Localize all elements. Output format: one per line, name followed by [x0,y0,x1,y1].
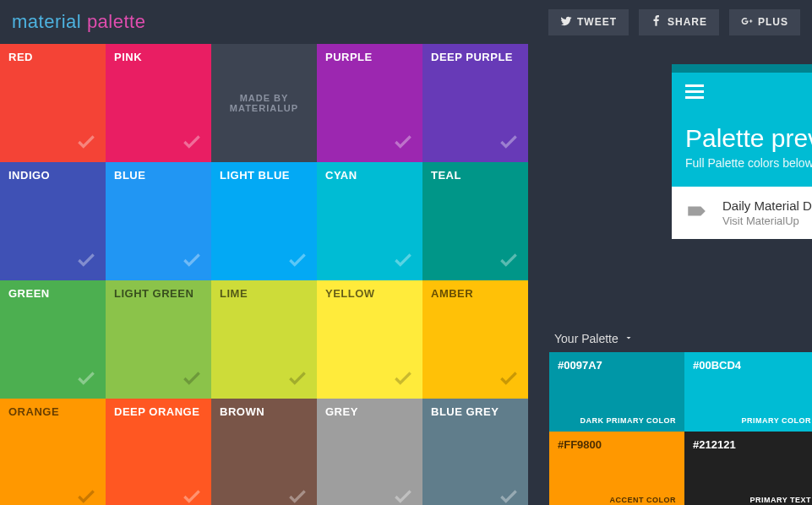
logo-word-palette: palette [87,11,146,32]
tweet-label: TWEET [577,16,617,28]
chip-role: PRIMARY COLOR [741,416,811,425]
check-icon [286,367,308,392]
twitter-icon [560,15,572,30]
palette-row-2: #FF9800ACCENT COLOR#212121PRIMARY TEXT#7… [549,432,812,505]
check-icon [75,249,97,274]
swatch-purple[interactable]: PURPLE [317,44,422,162]
check-icon [75,486,97,505]
share-button[interactable]: SHARE [639,9,719,35]
tag-icon [685,200,707,225]
swatch-grid: REDPINKMADE BYMATERIALUPPURPLEDEEP PURPL… [0,44,528,505]
palette-header[interactable]: Your Palette [549,325,812,352]
swatch-label: INDIGO [8,169,50,182]
palette-header-label: Your Palette [554,332,619,345]
preview-subtitle: Full Palette colors below [685,156,812,170]
check-icon [392,131,414,155]
swatch-label: RED [8,51,33,63]
hamburger-icon[interactable] [685,84,812,99]
googleplus-icon [741,15,753,30]
swatch-label: GREY [325,405,358,418]
preview-card[interactable]: Daily Material Design Showcase Visit Mat… [672,187,812,239]
plus-button[interactable]: PLUS [729,9,800,35]
preview-card-text: Daily Material Design Showcase Visit Mat… [722,198,812,227]
preview-appbar: Palette preview Full Palette colors belo… [672,73,812,187]
check-icon [498,486,520,505]
preview-title: Palette preview [685,124,812,153]
preview-card-line1: Daily Material Design Showcase [722,198,812,213]
logo-word-material: material [12,11,81,32]
swatch-grey[interactable]: GREY [317,399,422,505]
ad-tile[interactable]: MADE BYMATERIALUP [211,44,317,162]
swatch-blue-grey[interactable]: BLUE GREY [422,399,528,505]
check-icon [498,249,520,274]
palette-chip[interactable]: #212121PRIMARY TEXT [684,432,812,505]
tweet-button[interactable]: TWEET [548,9,629,35]
check-icon [392,249,414,274]
swatch-label: GREEN [8,287,50,300]
swatch-green[interactable]: GREEN [0,280,106,399]
preview-panel: Palette preview Full Palette colors belo… [672,64,812,239]
swatch-label: AMBER [431,287,473,300]
check-icon [75,131,97,155]
check-icon [498,131,520,155]
swatch-label: TEAL [431,169,461,182]
chip-role: ACCENT COLOR [610,496,677,504]
swatch-label: CYAN [325,169,357,182]
check-icon [392,367,414,392]
chip-hex: #212121 [693,438,811,451]
check-icon [75,367,97,392]
check-icon [181,367,203,392]
swatch-label: DEEP ORANGE [114,405,199,418]
swatch-label: LIME [220,287,248,300]
preview-card-line2: Visit MaterialUp [722,214,812,227]
chip-hex: #0097A7 [558,359,676,372]
swatch-label: BLUE GREY [431,405,499,418]
swatch-pink[interactable]: PINK [106,44,211,162]
swatch-lime[interactable]: LIME [211,280,317,399]
palette-chip[interactable]: #00BCD4PRIMARY COLOR [684,352,812,432]
swatch-label: LIGHT BLUE [220,169,290,182]
palette-chip[interactable]: #FF9800ACCENT COLOR [549,432,684,505]
swatch-deep-orange[interactable]: DEEP ORANGE [106,399,211,505]
swatch-label: BLUE [114,169,145,182]
swatch-orange[interactable]: ORANGE [0,399,106,505]
swatch-cyan[interactable]: CYAN [317,162,422,280]
swatch-indigo[interactable]: INDIGO [0,162,106,280]
swatch-teal[interactable]: TEAL [422,162,528,280]
swatch-light-blue[interactable]: LIGHT BLUE [211,162,317,280]
palette-row-1: #0097A7DARK PRIMARY COLOR#00BCD4PRIMARY … [549,352,812,432]
social-buttons: TWEET SHARE PLUS [548,9,800,35]
swatch-yellow[interactable]: YELLOW [317,280,422,399]
swatch-label: DEEP PURPLE [431,51,513,63]
swatch-red[interactable]: RED [0,44,106,162]
swatch-amber[interactable]: AMBER [422,280,528,399]
swatch-brown[interactable]: BROWN [211,399,317,505]
swatch-light-green[interactable]: LIGHT GREEN [106,280,211,399]
share-label: SHARE [668,16,707,28]
chip-hex: #FF9800 [558,438,676,451]
header: material palette TWEET SHARE PLUS [0,0,812,44]
check-icon [286,249,308,274]
swatch-label: BROWN [220,405,264,418]
logo[interactable]: material palette [12,11,145,33]
swatch-label: PURPLE [325,51,373,63]
chip-role: DARK PRIMARY COLOR [580,416,676,425]
check-icon [181,131,203,155]
swatch-label: ORANGE [8,405,59,418]
check-icon [392,486,414,505]
swatch-blue[interactable]: BLUE [106,162,211,280]
swatch-deep-purple[interactable]: DEEP PURPLE [422,44,528,162]
palette-chip[interactable]: #0097A7DARK PRIMARY COLOR [549,352,684,432]
facebook-icon [651,15,662,30]
swatch-label: PINK [114,51,142,63]
chip-hex: #00BCD4 [693,359,811,372]
check-icon [181,249,203,274]
swatch-label: LIGHT GREEN [114,287,193,300]
preview-statusbar [672,64,812,73]
swatch-label: YELLOW [325,287,375,300]
check-icon [498,367,520,392]
chip-role: PRIMARY TEXT [749,496,811,504]
check-icon [181,486,203,505]
palette-strip: Your Palette #0097A7DARK PRIMARY COLOR#0… [549,325,812,505]
check-icon [286,486,308,505]
